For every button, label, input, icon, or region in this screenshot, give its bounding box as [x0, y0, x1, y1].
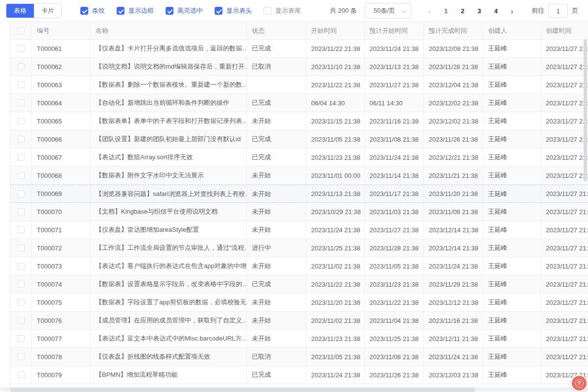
checkbox-label: 高亮选中	[177, 6, 203, 15]
table-row[interactable]: T000075 【数据表】字段设置了app剪切板的数据，必填校验无效 未开始 2…	[10, 294, 588, 312]
show-footer-checkbox[interactable]: 显示表尾	[264, 6, 301, 15]
column-header-id[interactable]: 编号	[32, 22, 91, 40]
row-checkbox[interactable]	[18, 118, 24, 124]
table-row[interactable]: T000072 【工作流】工作流全局设置的节点审批人，通过“流程… 进行中 20…	[10, 239, 588, 257]
row-checkbox[interactable]	[18, 99, 24, 106]
cell-name: 【仪表盘】折线图的线条样式配置项无效	[91, 348, 247, 366]
column-header-planned-start[interactable]: 预计开始时间	[365, 22, 424, 40]
column-header-created-time[interactable]: 创建时间	[541, 22, 588, 40]
row-checkbox[interactable]	[18, 226, 24, 233]
table-row[interactable]: T000061 【仪表盘】卡片打开分离多选值选项后，返回的数据… 已完成 202…	[10, 40, 588, 58]
stripes-checkbox[interactable]: 条纹	[80, 6, 105, 15]
cell-start-time: 2023/11/02 21:38	[306, 312, 365, 329]
table-row[interactable]: T000079 【BPMN】增加流程草稿功能 已完成 2023/11/24 21…	[10, 366, 588, 384]
cell-planned-end: 2023/11/29 21:38	[424, 275, 483, 293]
cell-planned-end: 2023/11/24 21:38	[424, 348, 483, 366]
highlight-selected-checkbox[interactable]: 高亮选中	[166, 6, 203, 15]
cell-planned-end: 2023/12/11 21:38	[424, 330, 483, 347]
cell-planned-start: 2023/11/24 21:38	[365, 40, 424, 57]
cell-id: T000065	[32, 112, 91, 130]
row-checkbox[interactable]	[18, 191, 24, 197]
table-row[interactable]: T000064 【自动化】新增跳出当前循环和条件判断的操作 已完成 06/04 …	[10, 94, 588, 112]
row-checkbox[interactable]	[18, 299, 24, 306]
row-checkbox[interactable]	[18, 172, 24, 179]
show-border-checkbox[interactable]: 显示边框	[117, 6, 154, 15]
page-number-button[interactable]: 4	[488, 7, 504, 15]
row-checkbox-cell	[10, 58, 32, 75]
column-header-name[interactable]: 名称	[91, 22, 247, 40]
table-row[interactable]: T000070 【文档】Kingbase与织信平台使用说明文档 未开始 2023…	[10, 203, 588, 221]
cell-planned-end: 2023/12/03 21:38	[424, 366, 483, 384]
row-checkbox[interactable]	[18, 263, 24, 270]
row-checkbox[interactable]	[18, 154, 24, 161]
cell-created-time: 2023/11/27 21:38	[541, 294, 588, 311]
page-number-button[interactable]: 3	[471, 7, 488, 15]
cell-planned-start: 2023/11/04 21:38	[365, 312, 424, 329]
cell-id: T000075	[32, 294, 91, 311]
column-header-planned-end[interactable]: 预计完成时间	[424, 22, 483, 40]
table-row[interactable]: T000067 【表达式】数组Array.sort排序无效 已完成 2023/1…	[10, 148, 588, 167]
cell-creator: 王延峰	[483, 130, 541, 148]
cell-created-time: 2023/11/27 21:38	[541, 40, 588, 57]
table-row[interactable]: T000074 【数据表】设置表格显示字段后，改变表格中字段的… 已完成 202…	[10, 275, 588, 294]
row-checkbox[interactable]	[18, 281, 24, 288]
table-row[interactable]: T000063 【数据表】删除一个数据表模块。重新建一个新的数… 2023/11…	[10, 76, 588, 94]
row-checkbox[interactable]	[18, 353, 24, 360]
cell-planned-end: 2023/11/20 21:38	[424, 185, 483, 202]
cell-created-time: 2023/11/27 21:38	[541, 239, 588, 257]
table-row[interactable]: T000069 【浏览器兼容问题】safari浏览器上对查找列表上有校… 未开始…	[10, 185, 588, 203]
cell-id: T000077	[32, 330, 91, 347]
row-checkbox[interactable]	[18, 317, 24, 324]
cell-start-time: 06/04 14:30	[306, 94, 365, 112]
row-checkbox[interactable]	[18, 81, 24, 88]
cell-created-time: 2023/11/27 21:38	[541, 130, 588, 148]
cell-status: 未开始	[247, 185, 306, 202]
page-number-button[interactable]: 1	[438, 7, 454, 15]
cell-planned-end: 2023/11/09 21:38	[424, 203, 483, 220]
cell-creator: 王延峰	[483, 112, 541, 130]
column-header-creator[interactable]: 创建人	[483, 22, 541, 40]
row-checkbox[interactable]	[18, 335, 24, 342]
table-row[interactable]: T000073 【表达式】客户端执行的表达式在包含app对象的中增… 未开始 2…	[10, 257, 588, 275]
table-row[interactable]: T000062 【说明文档】说明文档的md编辑器保存后，重新打开… 已取消 20…	[10, 58, 588, 76]
table-row[interactable]: T000068 【数据表】附件文字水印中文无法展示 未开始 2023/11/01…	[10, 167, 588, 185]
show-header-checkbox[interactable]: 显示表头	[215, 6, 252, 15]
cell-start-time: 2023/11/20 21:38	[306, 294, 365, 311]
cell-creator: 王延峰	[483, 257, 541, 275]
view-toggle-card-button[interactable]: 卡片	[34, 4, 61, 18]
column-header-start-time[interactable]: 开始时间	[306, 22, 365, 40]
column-header-status[interactable]: 状态	[247, 22, 306, 40]
table-row[interactable]: T000076 【成员管理】在应用的成员管理中，获取到了自定义… 未开始 202…	[10, 312, 588, 330]
page-size-select[interactable]: 50条/页	[365, 3, 411, 19]
row-checkbox-cell	[10, 275, 32, 293]
vertical-scrollbar-thumb[interactable]	[584, 39, 587, 181]
cell-created-time: 2023/11/27 21:38	[541, 348, 588, 366]
row-checkbox[interactable]	[18, 136, 24, 143]
goto-page-input[interactable]	[548, 4, 568, 18]
table-row[interactable]: T000066 【团队设置】新建的团队初始最上层部门没有默认id 已完成 202…	[10, 130, 588, 148]
data-table: 编号 名称 状态 开始时间 预计开始时间 预计完成时间 创建人 创建时间 T00…	[10, 22, 588, 392]
cell-planned-start: 2023/11/16 21:38	[365, 112, 424, 130]
table-row[interactable]: T000077 【表达式】富文本中表达式中的Misc.barcodeURL方… …	[10, 330, 588, 348]
row-checkbox[interactable]	[18, 208, 24, 215]
table-row[interactable]: T000065 【数据表单】表单中的子表字段和打开数据记录列表… 未开始 202…	[10, 112, 588, 130]
row-checkbox[interactable]	[18, 245, 24, 251]
select-all-checkbox[interactable]	[18, 27, 24, 34]
cell-planned-end: 2023/12/02 21:38	[424, 94, 483, 112]
cell-planned-start: 2023/11/26 21:38	[365, 366, 424, 384]
prev-page-button[interactable]: ‹	[422, 7, 438, 15]
cell-id: T000064	[32, 94, 91, 112]
help-button[interactable]: ?	[572, 376, 587, 391]
cell-id: T000079	[32, 366, 91, 384]
table-row[interactable]: T000071 【仪表盘】雷达图增加areaStyle配置 未开始 2023/1…	[10, 221, 588, 239]
next-page-button[interactable]: ›	[504, 7, 520, 15]
cell-start-time: 2023/11/02 21:38	[306, 257, 365, 275]
row-checkbox[interactable]	[18, 371, 24, 378]
view-toggle-table-button[interactable]: 表格	[6, 4, 34, 18]
row-checkbox[interactable]	[18, 63, 24, 70]
table-row[interactable]: T000078 【仪表盘】折线图的线条样式配置项无效 已取消 2023/11/0…	[10, 348, 588, 366]
horizontal-scrollbar-thumb[interactable]	[10, 388, 475, 392]
row-checkbox[interactable]	[18, 45, 24, 52]
cell-created-time: 2023/11/27 21:38	[541, 76, 588, 94]
page-number-button[interactable]: 2	[454, 7, 471, 15]
